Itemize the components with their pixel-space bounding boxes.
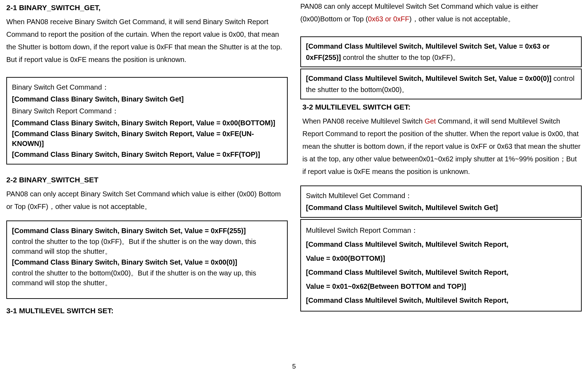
box-line: Multilevel Switch Report Comman： <box>306 223 576 237</box>
box-line: [Command Class Binary Switch, Binary Swi… <box>12 148 282 160</box>
box-line: Binary Switch Get Command： <box>12 81 282 93</box>
box-stack-2-2: [Command Class Binary Switch, Binary Swi… <box>6 220 288 299</box>
document-page: 2-1 BINARY_SWITCH_GET, When PAN08 receiv… <box>0 0 588 371</box>
right-column: PAN08 can only accept Multilevel Switch … <box>300 0 582 318</box>
box-multilevel-set-top: [Command Class Multilevel Switch, Multil… <box>300 36 582 67</box>
text-span: Command, it will send Multilevel Switch … <box>302 117 581 175</box>
box-line: Switch Multilevel Get Command： <box>306 190 576 202</box>
box-multilevel-set-bottom: [Command Class Multilevel Switch, Multil… <box>300 69 582 99</box>
box-line: [Command Class Multilevel Switch, Multil… <box>306 202 576 214</box>
box-line: [Command Class Binary Switch, Binary Swi… <box>12 93 282 105</box>
paragraph-3-1: PAN08 can only accept Multilevel Switch … <box>300 0 582 25</box>
box-multilevel-report: Multilevel Switch Report Comman： [Comman… <box>300 219 582 312</box>
text-span: When PAN08 receive Multilevel Switch <box>302 117 425 125</box>
box-line: Value = 0x00(BOTTOM)] <box>306 251 576 265</box>
heading-2-2: 2-2 BINARY_SWITCH_SET <box>6 176 288 184</box>
paragraph-2-2: PAN08 can only accept Binary Switch Set … <box>6 188 288 213</box>
box-line: [Command Class Binary Switch, Binary Swi… <box>12 117 282 129</box>
red-span: 0x63 or 0xFF <box>368 15 409 23</box>
box-line: Value = 0x01~0x62(Between BOTTOM and TOP… <box>306 279 576 293</box>
box-line: Binary Switch Report Command： <box>12 105 282 117</box>
box-line: [Command Class Multilevel Switch, Multil… <box>306 265 576 279</box>
heading-3-1: 3-1 MULTILEVEL SWITCH SET: <box>6 307 288 315</box>
left-column: 2-1 BINARY_SWITCH_GET, When PAN08 receiv… <box>6 0 288 318</box>
box-multilevel-get: Switch Multilevel Get Command： [Command … <box>300 186 582 218</box>
box-line: control the shutter to the bottom(0x00)。… <box>12 268 282 288</box>
box-line: [Command Class Binary Switch, Binary Swi… <box>12 129 282 148</box>
heading-3-2: 3-2 MULTILEVEL SWITCH GET: <box>302 103 582 111</box>
two-column-layout: 2-1 BINARY_SWITCH_GET, When PAN08 receiv… <box>6 0 582 318</box>
box-line: [Command Class Multilevel Switch, Multil… <box>306 293 576 307</box>
box-binary-switch-set: [Command Class Binary Switch, Binary Swi… <box>6 220 288 299</box>
paragraph-3-2: When PAN08 receive Multilevel Switch Get… <box>302 115 582 178</box>
page-number: 5 <box>0 363 588 370</box>
red-span: Get <box>425 117 436 125</box>
box-line: [Command Class Binary Switch, Binary Swi… <box>12 225 282 237</box>
box-binary-switch-get: Binary Switch Get Command： [Command Clas… <box>6 77 288 164</box>
box-line: [Command Class Binary Switch, Binary Swi… <box>12 256 282 268</box>
box-line: [Command Class Multilevel Switch, Multil… <box>306 237 576 251</box>
heading-2-1: 2-1 BINARY_SWITCH_GET, <box>6 4 288 12</box>
paragraph-2-1: When PAN08 receive Binary Switch Get Com… <box>6 15 288 66</box>
box-line: control the shutter to the top (0xFF)。Bu… <box>12 237 282 256</box>
box-bold: [Command Class Multilevel Switch, Multil… <box>306 75 552 82</box>
text-span: )，other value is not acceptable。 <box>409 15 515 23</box>
box-text: control the shutter to the top (0xFF)。 <box>341 54 460 61</box>
